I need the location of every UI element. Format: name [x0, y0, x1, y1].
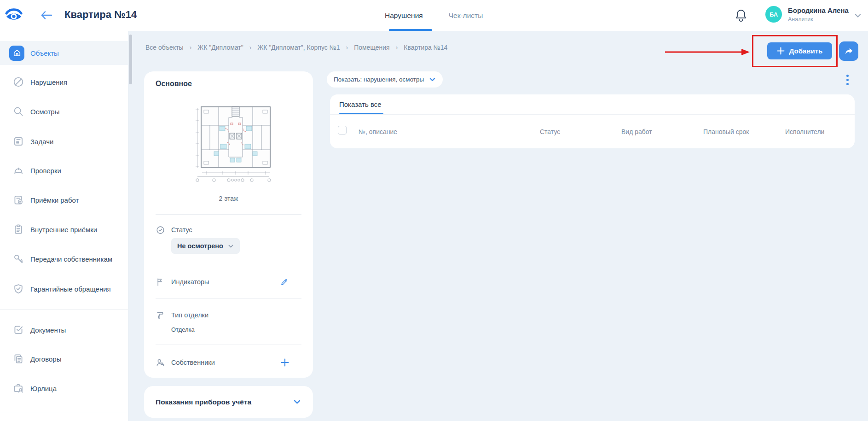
task-card-icon	[12, 135, 24, 147]
sidebar-item-legal-entities[interactable]: Юрлица	[0, 376, 128, 400]
filter-dropdown[interactable]: Показать: нарушения, осмотры	[327, 71, 443, 88]
owners-label: Собственники	[171, 359, 215, 366]
floor-plan-image[interactable]	[188, 100, 280, 187]
sidebar-item-internal-acceptance[interactable]: Внутренние приёмки	[0, 217, 128, 241]
add-owner-button[interactable]	[280, 358, 289, 367]
sidebar-divider	[0, 413, 128, 413]
sidebar-item-label: Документы	[30, 326, 66, 334]
sidebar-item-checks[interactable]: Проверки	[0, 158, 128, 182]
divider	[156, 345, 301, 345]
scrollbar-thumb[interactable]	[129, 35, 132, 84]
flag-icon	[156, 277, 165, 287]
circle-check-icon	[156, 225, 165, 235]
finish-type-label: Тип отделки	[171, 311, 208, 319]
sidebar-item-violations[interactable]: Нарушения	[0, 70, 128, 94]
divider	[156, 266, 301, 266]
sidebar: Объекты Нарушения Осмотры Задачи Проверк	[0, 31, 128, 421]
avatar[interactable]: БА	[765, 6, 782, 23]
meters-card[interactable]: Показания приборов учёта	[144, 386, 313, 418]
breadcrumb-separator: ›	[190, 44, 192, 51]
breadcrumb-item[interactable]: Помещения	[354, 44, 390, 51]
sidebar-item-label: Осмотры	[30, 108, 60, 116]
indicators-label: Индикаторы	[171, 278, 209, 286]
indicators-section: Индикаторы	[156, 275, 301, 288]
pencil-icon[interactable]	[280, 278, 289, 287]
chevron-down-icon	[429, 76, 436, 83]
divider	[156, 298, 301, 299]
share-button[interactable]	[839, 41, 858, 61]
sidebar-item-documents[interactable]: Документы	[0, 318, 128, 342]
column-work-type: Вид работ	[621, 128, 652, 135]
sidebar-item-label: Задачи	[30, 138, 53, 146]
app-window: Квартира №14 Нарушения Чек-листы БА Боро…	[0, 0, 868, 421]
status-value: Не осмотрено	[177, 242, 223, 250]
bell-icon[interactable]	[735, 8, 747, 22]
filter-label: Показать: нарушения, осмотры	[334, 76, 424, 83]
sidebar-item-owner-handover[interactable]: Передачи собственникам	[0, 247, 128, 271]
page-tabs: Нарушения Чек-листы	[385, 0, 483, 31]
eye-logo-icon[interactable]	[5, 6, 23, 24]
breadcrumb-separator: ›	[249, 44, 252, 51]
tab-checklists[interactable]: Чек-листы	[449, 12, 483, 20]
column-planned-date: Плановый срок	[703, 128, 749, 135]
breadcrumb-item[interactable]: Все объекты	[145, 44, 184, 51]
info-card: Основное	[144, 71, 313, 378]
breadcrumb-item[interactable]: ЖК "Дипломат", Корпус №1	[257, 44, 340, 51]
sidebar-item-label: Договоры	[30, 355, 61, 363]
paint-roller-icon	[156, 310, 165, 320]
sidebar-item-label: Передачи собственникам	[30, 255, 112, 263]
user-role: Аналитик	[788, 16, 849, 23]
chevron-down-icon[interactable]	[854, 12, 862, 19]
breadcrumb-item-current: Квартира №14	[404, 44, 447, 51]
sidebar-item-warranty[interactable]: Гарантийные обращения	[0, 277, 128, 301]
sidebar-item-objects[interactable]: Объекты	[0, 41, 128, 65]
breadcrumb-item[interactable]: ЖК "Дипломат"	[197, 44, 243, 51]
sidebar-item-label: Внутренние приёмки	[30, 226, 97, 234]
user-name: Бородкина Алена	[788, 6, 849, 15]
hard-hat-icon	[12, 164, 24, 176]
sidebar-item-label: Приёмки работ	[30, 196, 79, 204]
sidebar-item-label: Юрлица	[30, 385, 57, 392]
prohibition-icon	[12, 76, 24, 88]
checkbox-icon	[12, 324, 24, 336]
share-arrow-icon	[844, 47, 854, 56]
sidebar-item-work-acceptance[interactable]: Приёмки работ	[0, 188, 128, 212]
tab-show-all[interactable]: Показать все	[339, 100, 382, 108]
chevron-down-icon	[293, 398, 301, 406]
meters-card-title: Показания приборов учёта	[156, 398, 251, 406]
tab-violations[interactable]: Нарушения	[385, 12, 423, 20]
documents-icon	[12, 353, 24, 365]
annotation-arrow	[664, 47, 751, 57]
sidebar-item-label: Гарантийные обращения	[30, 285, 111, 293]
more-menu-button[interactable]	[845, 75, 849, 85]
owners-section: Собственники	[156, 355, 301, 370]
back-arrow-icon[interactable]	[41, 10, 52, 21]
home-icon	[9, 46, 24, 61]
top-bar: Квартира №14 Нарушения Чек-листы БА Боро…	[0, 0, 868, 31]
clipboard-check-icon	[12, 194, 24, 206]
column-number-description: №, описание	[359, 128, 397, 135]
add-button[interactable]: Добавить	[767, 42, 832, 59]
add-button-label: Добавить	[789, 47, 823, 55]
select-all-checkbox[interactable]	[338, 126, 347, 134]
key-icon	[12, 253, 24, 265]
table-header: №, описание Статус Вид работ Плановый ср…	[330, 120, 855, 142]
sidebar-item-label: Проверки	[30, 167, 61, 175]
sidebar-item-contracts[interactable]: Договоры	[0, 347, 128, 371]
shield-check-icon	[12, 283, 24, 295]
sidebar-item-inspections[interactable]: Осмотры	[0, 99, 128, 123]
user-menu[interactable]: Бородкина Алена Аналитик	[788, 6, 849, 23]
sidebar-divider	[0, 309, 128, 310]
floor-caption: 2 этаж	[144, 195, 313, 202]
sidebar-item-label: Нарушения	[30, 78, 67, 86]
sidebar-item-tasks[interactable]: Задачи	[0, 129, 128, 153]
finish-type-value: Отделка	[171, 326, 195, 333]
status-badge[interactable]: Не осмотрено	[171, 238, 240, 254]
column-executors: Исполнители	[785, 128, 824, 135]
magnifier-icon	[12, 105, 24, 117]
breadcrumb: Все объекты › ЖК "Дипломат" › ЖК "Диплом…	[145, 44, 447, 51]
breadcrumb-separator: ›	[396, 44, 398, 51]
column-status: Статус	[540, 128, 560, 135]
records-panel: Показать все №, описание Статус Вид рабо…	[330, 94, 855, 148]
sidebar-item-label: Объекты	[30, 49, 59, 57]
